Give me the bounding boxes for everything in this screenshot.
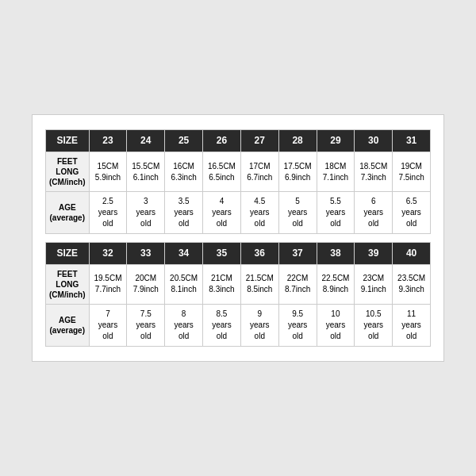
data-cell: 8.5 years old	[203, 304, 241, 346]
data-cell: 6 years old	[355, 192, 393, 234]
header-cell: 40	[393, 243, 431, 265]
data-cell: 23CM 9.1inch	[355, 264, 393, 304]
data-cell: 11 years old	[393, 304, 431, 346]
header-cell: 25	[165, 130, 203, 152]
header-cell: 26	[203, 130, 241, 152]
data-cell: 5 years old	[278, 192, 317, 234]
data-cell: 4 years old	[203, 192, 241, 234]
size-table: SIZE232425262728293031 FEET LONG (CM/inc…	[45, 129, 431, 347]
data-cell: 21CM 8.3inch	[203, 264, 241, 304]
data-cell: 21.5CM 8.5inch	[240, 264, 278, 304]
data-cell: 15.5CM 6.1inch	[127, 152, 165, 192]
header-cell: 28	[278, 130, 317, 152]
data-cell: 3 years old	[127, 192, 165, 234]
data-cell: 19CM 7.5inch	[393, 152, 431, 192]
header-cell: 32	[89, 243, 127, 265]
header-cell: 27	[240, 130, 278, 152]
data-cell: 22CM 8.7inch	[278, 264, 317, 304]
data-cell: 7.5 years old	[127, 304, 165, 346]
row-label: FEET LONG (CM/inch)	[46, 264, 90, 304]
data-cell: 16CM 6.3inch	[165, 152, 203, 192]
header-cell: 37	[278, 243, 317, 265]
spacer	[46, 234, 431, 243]
data-cell: 18CM 7.1inch	[317, 152, 355, 192]
data-cell: 17CM 6.7inch	[240, 152, 278, 192]
data-cell: 18.5CM 7.3inch	[355, 152, 393, 192]
data-cell: 15CM 5.9inch	[89, 152, 127, 192]
data-cell: 17.5CM 6.9inch	[278, 152, 317, 192]
section1-header-row: SIZE232425262728293031	[46, 130, 431, 152]
data-cell: 3.5 years old	[165, 192, 203, 234]
data-cell: 10.5 years old	[355, 304, 393, 346]
header-cell: 31	[393, 130, 431, 152]
data-cell: 19.5CM 7.7inch	[89, 264, 127, 304]
data-cell: 10 years old	[317, 304, 355, 346]
section1-age-row: AGE (average)2.5 years old3 years old3.5…	[46, 192, 431, 234]
section2-feet-row: FEET LONG (CM/inch)19.5CM 7.7inch20CM 7.…	[46, 264, 431, 304]
data-cell: 2.5 years old	[89, 192, 127, 234]
data-cell: 22.5CM 8.9inch	[317, 264, 355, 304]
data-cell: 8 years old	[165, 304, 203, 346]
header-cell: 24	[127, 130, 165, 152]
header-cell: 36	[240, 243, 278, 265]
header-cell: 30	[355, 130, 393, 152]
header-cell: SIZE	[46, 243, 90, 265]
size-chart-card: SIZE232425262728293031 FEET LONG (CM/inc…	[32, 114, 444, 362]
header-cell: 39	[355, 243, 393, 265]
data-cell: 23.5CM 9.3inch	[393, 264, 431, 304]
row-label: FEET LONG (CM/inch)	[46, 152, 90, 192]
header-cell: 33	[127, 243, 165, 265]
data-cell: 20CM 7.9inch	[127, 264, 165, 304]
data-cell: 4.5 years old	[240, 192, 278, 234]
data-cell: 5.5 years old	[317, 192, 355, 234]
section2-age-row: AGE (average)7 years old7.5 years old8 y…	[46, 304, 431, 346]
header-cell: 29	[317, 130, 355, 152]
header-cell: 34	[165, 243, 203, 265]
data-cell: 16.5CM 6.5inch	[203, 152, 241, 192]
section1-feet-row: FEET LONG (CM/inch)15CM 5.9inch15.5CM 6.…	[46, 152, 431, 192]
header-cell: 38	[317, 243, 355, 265]
header-cell: 35	[203, 243, 241, 265]
header-cell: 23	[89, 130, 127, 152]
header-cell: SIZE	[46, 130, 90, 152]
data-cell: 7 years old	[89, 304, 127, 346]
row-label: AGE (average)	[46, 192, 90, 234]
data-cell: 9 years old	[240, 304, 278, 346]
data-cell: 6.5 years old	[393, 192, 431, 234]
section2-header-row: SIZE323334353637383940	[46, 243, 431, 265]
data-cell: 20.5CM 8.1inch	[165, 264, 203, 304]
data-cell: 9.5 years old	[278, 304, 317, 346]
row-label: AGE (average)	[46, 304, 90, 346]
